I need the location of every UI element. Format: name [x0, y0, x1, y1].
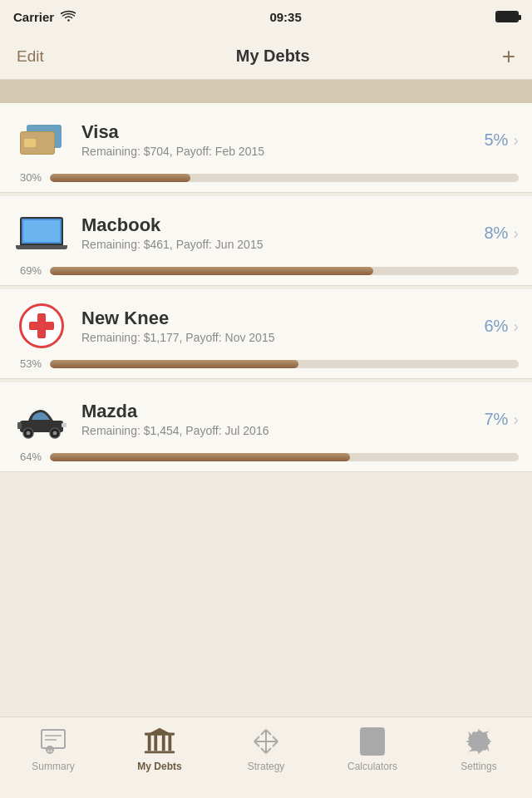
- svg-marker-16: [145, 728, 174, 736]
- visa-detail: Remaining: $704, Payoff: Feb 2015: [81, 145, 264, 158]
- new-knee-rate: 6%: [484, 317, 508, 336]
- svg-rect-32: [364, 732, 381, 737]
- svg-point-4: [27, 431, 31, 436]
- svg-point-0: [68, 19, 70, 21]
- strategy-tab-label: Strategy: [248, 761, 285, 772]
- debt-list: Visa Remaining: $704, Payoff: Feb 2015 5…: [0, 103, 532, 472]
- mazda-progress-track: [50, 453, 519, 461]
- mazda-detail: Remaining: $1,454, Payoff: Jul 2016: [81, 424, 268, 437]
- battery-area: [495, 11, 519, 22]
- my-debts-tab-icon: [144, 726, 175, 757]
- mazda-progress-fill: [50, 453, 350, 461]
- svg-rect-14: [145, 751, 175, 753]
- tab-settings[interactable]: Settings: [437, 726, 520, 772]
- debt-item-mazda[interactable]: Mazda Remaining: $1,454, Payoff: Jul 201…: [0, 382, 532, 472]
- svg-rect-19: [162, 735, 165, 751]
- svg-point-38: [377, 747, 380, 751]
- carrier-label: Carrier: [13, 10, 54, 24]
- tab-summary[interactable]: Summary: [12, 726, 95, 772]
- new-knee-icon: [13, 301, 70, 351]
- visa-rate: 5%: [484, 131, 508, 150]
- svg-rect-7: [17, 422, 22, 429]
- tab-calculators[interactable]: Calculators: [331, 726, 414, 772]
- strategy-tab-icon: [250, 726, 282, 757]
- add-button[interactable]: +: [502, 45, 515, 68]
- clock: 09:35: [269, 10, 301, 24]
- my-debts-tab-label: My Debts: [137, 761, 181, 772]
- macbook-icon: [13, 208, 70, 258]
- calculators-tab-icon: [357, 726, 388, 757]
- visa-icon: [13, 115, 70, 165]
- tab-my-debts[interactable]: My Debts: [118, 726, 201, 772]
- svg-point-36: [365, 747, 368, 751]
- visa-progress-fill: [50, 174, 190, 182]
- new-knee-progress-label: 53%: [13, 357, 42, 370]
- debt-item-new-knee[interactable]: New Knee Remaining: $1,177, Payoff: Nov …: [0, 289, 532, 379]
- tab-bar: Summary My Debts: [0, 717, 532, 798]
- svg-point-34: [371, 741, 374, 744]
- visa-name: Visa: [81, 121, 264, 143]
- mazda-name: Mazda: [81, 401, 268, 422]
- svg-point-5: [53, 431, 57, 436]
- debt-item-macbook[interactable]: Macbook Remaining: $461, Payoff: Jun 201…: [0, 196, 532, 286]
- visa-progress-label: 30%: [13, 171, 42, 184]
- svg-rect-8: [42, 730, 65, 748]
- new-knee-progress-fill: [50, 360, 298, 368]
- nav-bar: Edit My Debts +: [0, 33, 532, 80]
- new-knee-progress-track: [50, 360, 519, 368]
- nav-title: My Debts: [236, 47, 310, 66]
- svg-rect-20: [168, 735, 171, 751]
- calculators-tab-label: Calculators: [347, 761, 397, 772]
- visa-progress-track: [50, 174, 519, 182]
- macbook-progress-fill: [50, 267, 373, 275]
- summary-tab-icon: [37, 726, 69, 757]
- svg-rect-18: [154, 735, 157, 751]
- mazda-icon: [13, 394, 70, 444]
- edit-button[interactable]: Edit: [17, 47, 44, 66]
- macbook-chevron: ›: [513, 224, 519, 243]
- carrier-wifi: Carrier: [13, 10, 76, 24]
- visa-chevron: ›: [513, 131, 519, 150]
- stripe: [0, 80, 532, 103]
- svg-point-41: [469, 732, 489, 751]
- status-bar: Carrier 09:35: [0, 0, 532, 33]
- mazda-progress-label: 64%: [13, 451, 42, 463]
- svg-point-33: [365, 741, 368, 744]
- bottom-filler: [0, 472, 532, 545]
- settings-tab-icon: [463, 726, 495, 757]
- settings-tab-label: Settings: [461, 761, 496, 772]
- macbook-name: Macbook: [81, 214, 263, 236]
- summary-tab-label: Summary: [32, 761, 74, 772]
- svg-point-35: [377, 741, 380, 744]
- svg-point-37: [371, 747, 374, 751]
- battery-icon: [495, 11, 519, 22]
- wifi-icon: [61, 10, 76, 24]
- macbook-progress-track: [50, 267, 519, 275]
- new-knee-chevron: ›: [513, 317, 519, 336]
- mazda-rate: 7%: [484, 410, 508, 429]
- svg-rect-6: [62, 423, 66, 427]
- svg-rect-17: [148, 735, 151, 751]
- macbook-detail: Remaining: $461, Payoff: Jun 2015: [81, 238, 263, 251]
- tab-strategy[interactable]: Strategy: [224, 726, 308, 772]
- macbook-rate: 8%: [484, 224, 508, 243]
- mazda-chevron: ›: [513, 410, 519, 429]
- debt-item-visa[interactable]: Visa Remaining: $704, Payoff: Feb 2015 5…: [0, 103, 532, 193]
- new-knee-name: New Knee: [81, 308, 274, 329]
- macbook-progress-label: 69%: [13, 264, 42, 277]
- new-knee-detail: Remaining: $1,177, Payoff: Nov 2015: [81, 331, 274, 344]
